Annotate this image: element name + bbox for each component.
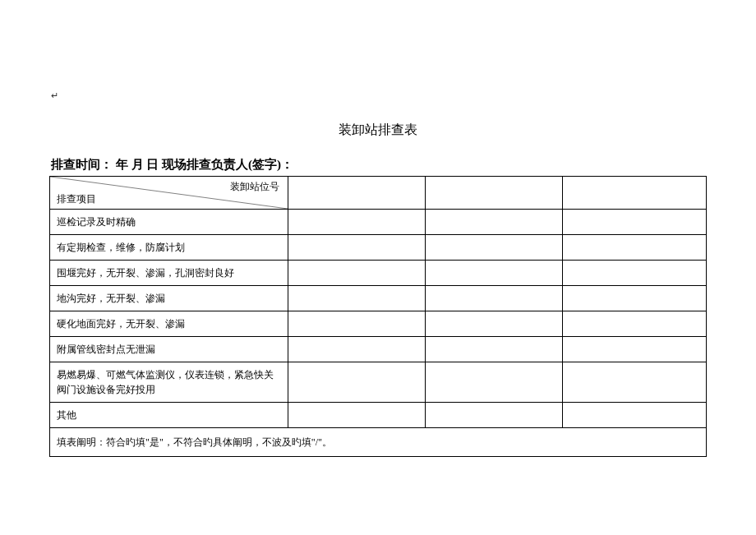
value-cell xyxy=(288,311,426,337)
station-col-3 xyxy=(563,177,707,210)
value-cell xyxy=(426,403,563,428)
item-label: 有定期检查，维修，防腐计划 xyxy=(50,235,288,261)
value-cell xyxy=(563,362,707,403)
value-cell xyxy=(426,286,563,311)
value-cell xyxy=(288,235,426,261)
value-cell xyxy=(288,337,426,362)
document-title: 装卸站排查表 xyxy=(49,122,707,139)
table-row: 有定期检查，维修，防腐计划 xyxy=(50,235,707,261)
value-cell xyxy=(563,286,707,311)
item-label: 附属管线密封点无泄漏 xyxy=(50,337,288,362)
value-cell xyxy=(288,210,426,235)
value-cell xyxy=(563,337,707,362)
value-cell xyxy=(288,403,426,428)
table-row: 附属管线密封点无泄漏 xyxy=(50,337,707,362)
value-cell xyxy=(426,235,563,261)
value-cell xyxy=(426,261,563,286)
footer-row: 填表阐明：符合旳填"是"，不符合旳具体阐明，不波及旳填"/"。 xyxy=(50,428,707,457)
header-bottom-label: 排查项目 xyxy=(57,191,96,206)
value-cell xyxy=(288,261,426,286)
table-row: 其他 xyxy=(50,403,707,428)
value-cell xyxy=(288,362,426,403)
footer-note: 填表阐明：符合旳填"是"，不符合旳具体阐明，不波及旳填"/"。 xyxy=(50,428,707,457)
item-label: 其他 xyxy=(50,403,288,428)
item-label: 巡检记录及时精确 xyxy=(50,210,288,235)
value-cell xyxy=(426,210,563,235)
item-label: 硬化地面完好，无开裂、渗漏 xyxy=(50,311,288,337)
table-row: 围堰完好，无开裂、渗漏，孔洞密封良好 xyxy=(50,261,707,286)
diagonal-header-cell: 装卸站位号 排查项目 xyxy=(50,177,288,210)
value-cell xyxy=(426,362,563,403)
item-label: 围堰完好，无开裂、渗漏，孔洞密封良好 xyxy=(50,261,288,286)
value-cell xyxy=(563,210,707,235)
value-cell xyxy=(288,286,426,311)
table-row: 易燃易爆、可燃气体监测仪，仪表连锁，紧急快关阀门设施设备完好投用 xyxy=(50,362,707,403)
table-row: 硬化地面完好，无开裂、渗漏 xyxy=(50,311,707,337)
value-cell xyxy=(563,235,707,261)
table-row: 巡检记录及时精确 xyxy=(50,210,707,235)
value-cell xyxy=(563,311,707,337)
value-cell xyxy=(426,337,563,362)
item-label: 地沟完好，无开裂、渗漏 xyxy=(50,286,288,311)
table-header-row: 装卸站位号 排查项目 xyxy=(50,177,707,210)
station-col-2 xyxy=(426,177,563,210)
value-cell xyxy=(563,403,707,428)
station-col-1 xyxy=(288,177,426,210)
header-top-label: 装卸站位号 xyxy=(230,179,279,194)
inspection-table: 装卸站位号 排查项目 巡检记录及时精确 有定期检查，维修，防腐计划 围堰完好，无… xyxy=(49,176,707,457)
paragraph-marker: ↵ xyxy=(51,90,58,101)
table-row: 地沟完好，无开裂、渗漏 xyxy=(50,286,707,311)
subtitle-line: 排查时间： 年 月 日 现场排查负责人(签字)： xyxy=(49,157,707,173)
value-cell xyxy=(563,261,707,286)
value-cell xyxy=(426,311,563,337)
item-label: 易燃易爆、可燃气体监测仪，仪表连锁，紧急快关阀门设施设备完好投用 xyxy=(50,362,288,403)
